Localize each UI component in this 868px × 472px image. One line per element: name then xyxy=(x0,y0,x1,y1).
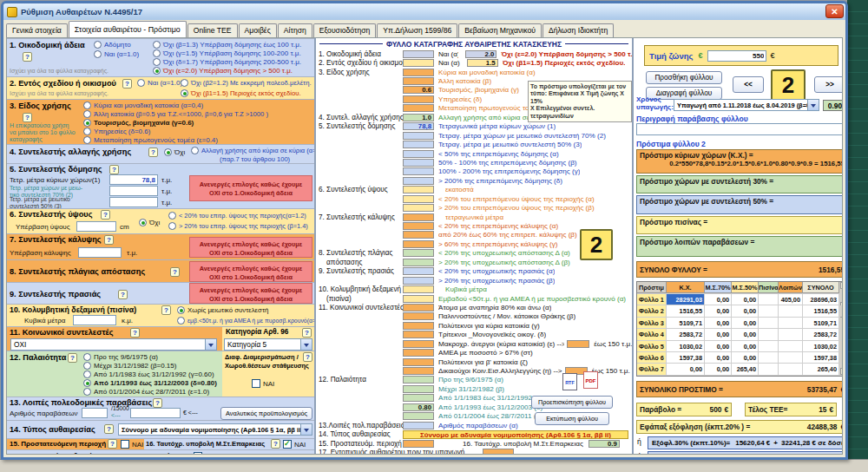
protected-area-checkbox[interactable]: ΝΑΙ xyxy=(121,440,143,449)
mid-cell[interactable] xyxy=(403,69,434,76)
help-icon[interactable]: ? xyxy=(271,439,280,449)
tab-amoives[interactable]: Αμοιβές xyxy=(239,23,277,37)
radio-option[interactable]: εμβ.<50τ.μ. ή για ΑΜΕΑ ή με πυροσβ.κρουν… xyxy=(177,317,314,324)
help-icon[interactable]: ? xyxy=(122,79,132,88)
help-icon[interactable]: ? xyxy=(104,235,114,245)
sheet-print-button[interactable]: Εκτύπωση φύλλου xyxy=(535,412,609,425)
radio-option[interactable]: Όχι (δ=1.7) Υπέρβαση δόμησης 200-500 τ.μ… xyxy=(153,58,301,66)
radio-option[interactable]: Προ της 9/6/1975 (α) xyxy=(83,353,158,361)
tab-dilosi-idioktiti[interactable]: Δήλωση Ιδιοκτήτη xyxy=(542,23,614,37)
radio-option[interactable]: Μέχρι 31/12/1982 (β=0.15) xyxy=(83,362,176,370)
mid-cell-small[interactable] xyxy=(567,340,589,348)
chevron-down-icon[interactable] xyxy=(300,424,312,435)
mid-cell[interactable] xyxy=(403,259,434,266)
mid-cell[interactable] xyxy=(403,331,434,338)
radio-option[interactable]: Ναι (α=1.0) xyxy=(94,50,139,58)
radio-option[interactable]: Όχι (β=1.3) Υπέρβαση δόμησης έως 100 τ.μ… xyxy=(153,41,301,49)
table-scrollbar[interactable] xyxy=(839,282,842,293)
mid-cell-value[interactable]: 0.9 xyxy=(589,440,620,448)
detailed-budget-button[interactable]: Αναλυτικός προϋπολογισμός xyxy=(220,407,312,420)
mid-cell[interactable] xyxy=(403,412,434,420)
mid-cell-value[interactable]: 2.0 xyxy=(465,50,496,58)
help-icon[interactable]: ? xyxy=(68,353,77,363)
radio-option[interactable]: Αλλαγή χρήσης από κύρια σε κύρια (α=1.4) xyxy=(191,147,314,154)
zone-price-input[interactable] xyxy=(707,50,766,62)
chevron-down-icon[interactable] xyxy=(300,339,312,350)
pdf-export-icon[interactable]: PDF xyxy=(583,371,598,389)
col-header[interactable]: Μ.Σ.50% xyxy=(732,282,759,293)
radio-option[interactable]: Από 01/1/2004 έως 28/7/2011 (ε=1.0) xyxy=(83,388,209,396)
radio-option-selected[interactable]: Όχι (β1=1.5) Περιοχές εκτός σχεδίου. xyxy=(181,89,301,97)
radio-option[interactable]: Όχι (γ=1.5) Υπέρβαση δόμησης 100-200 τ.μ… xyxy=(153,49,301,57)
radio-option-selected[interactable]: Τουρισμός, βιομηχανία (γ=0.6) xyxy=(83,119,194,127)
violations-amount-input[interactable] xyxy=(130,408,181,418)
radio-option[interactable]: < 20% του επιτρ. ύψους της περιοχής(α=1.… xyxy=(168,212,306,220)
add-sheet-button[interactable]: Προσθήκη φύλλου xyxy=(646,71,722,84)
area70-input[interactable] xyxy=(109,186,158,196)
radio-option[interactable]: Ναι (α=1.0) xyxy=(137,79,182,87)
help-icon[interactable]: ? xyxy=(101,210,110,220)
mid-cell[interactable] xyxy=(403,132,434,140)
tab-online-tee[interactable]: Online TEE xyxy=(187,23,238,37)
radio-option[interactable]: Αδόμητο xyxy=(94,41,131,49)
sheet-preview-button[interactable]: Προεπισκόπηση φύλλου xyxy=(531,396,613,409)
col-header[interactable]: Πισίνας xyxy=(759,282,779,293)
mid-cell[interactable] xyxy=(403,249,434,257)
area50-input[interactable] xyxy=(109,197,158,207)
table-row[interactable]: Φύλλο 42583,720,000,002583,72 xyxy=(637,329,842,340)
main-area-input[interactable] xyxy=(109,174,158,185)
mid-cell[interactable] xyxy=(403,167,434,175)
mid-cell-value[interactable]: 1.0 xyxy=(403,114,434,121)
chevron-down-icon[interactable] xyxy=(807,100,819,110)
violations-count-input[interactable] xyxy=(82,408,108,418)
table-row[interactable]: Φύλλο 61597,380,000,001597,38 xyxy=(637,352,842,364)
mid-cell[interactable] xyxy=(483,449,514,454)
mid-cell[interactable] xyxy=(403,422,434,429)
radio-option[interactable]: Από 1/1/1983 έως 31/12/1992 (γ=0.60) xyxy=(83,370,214,378)
close-icon[interactable]: ✕ xyxy=(825,4,844,18)
selected-cell[interactable]: 28291,03 xyxy=(667,294,705,305)
height-input[interactable] xyxy=(76,221,116,232)
mid-cell[interactable] xyxy=(403,295,434,303)
table-row[interactable]: Φύλλο 51030,020,000,001030,02 xyxy=(637,341,842,352)
mid-cell[interactable] xyxy=(403,376,434,384)
col-header[interactable]: Λοιπών xyxy=(779,282,803,293)
help-icon[interactable]: ? xyxy=(23,52,32,62)
radio-option-selected[interactable]: Όχι (ε=2.0) Υπέρβαση δόμησης > 500 τ.μ. xyxy=(153,67,293,75)
next-sheet-button[interactable]: >> xyxy=(814,76,842,93)
mid-cell[interactable] xyxy=(403,150,434,158)
radio-option[interactable]: Μεταποίηση πρωτογενούς τομέα (ε=0.4) xyxy=(83,136,218,144)
mid-cell[interactable] xyxy=(403,159,434,167)
help-icon[interactable]: ? xyxy=(170,267,180,277)
radio-option-selected[interactable]: Χωρίς μειωτικό συντελεστή xyxy=(177,306,268,314)
tab-yp-dilosi[interactable]: Υπ.Δήλωση 1599/86 xyxy=(377,23,457,37)
mid-cell[interactable] xyxy=(403,267,434,275)
table-row[interactable]: Φύλλο 35109,710,000,005109,71 xyxy=(637,318,842,329)
mid-cell[interactable] xyxy=(403,240,434,248)
mid-cell[interactable] xyxy=(403,213,434,221)
static-adequacy-checkbox[interactable]: ΝΑΙ xyxy=(283,440,306,449)
category-dropdown[interactable]: Κατηγορία 5 xyxy=(224,338,312,351)
mid-cell[interactable] xyxy=(403,358,434,366)
mid-cell-value[interactable]: 1.5 xyxy=(467,59,498,67)
mid-cell[interactable] xyxy=(403,231,434,239)
mid-cell[interactable] xyxy=(403,95,434,103)
social-coeff-dropdown[interactable]: ΟΧΙ xyxy=(10,338,217,351)
mid-cell[interactable] xyxy=(403,304,434,311)
tab-vevaiosi[interactable]: Βεβαίωση Μηχανικού xyxy=(458,23,542,37)
help-icon[interactable]: ? xyxy=(303,352,312,362)
table-row[interactable]: Φύλλο 70,000,00265,40265,40 xyxy=(637,364,842,375)
mid-cell[interactable] xyxy=(403,186,434,193)
coverage-input[interactable] xyxy=(78,247,122,258)
mid-cell[interactable] xyxy=(403,440,434,448)
radio-option[interactable]: Υπηρεσίες (δ=0.6) xyxy=(83,128,150,135)
mid-cell[interactable] xyxy=(403,141,434,148)
mid-cell[interactable] xyxy=(403,59,434,67)
mid-cell[interactable] xyxy=(403,340,434,348)
help-icon[interactable]: ? xyxy=(109,165,119,174)
help-icon[interactable]: ? xyxy=(161,305,171,315)
mid-cell[interactable] xyxy=(403,277,434,285)
inclusion-time-dropdown[interactable]: Υπαγωγή από 1.11.2018 έως 8.04.2019 (β=0… xyxy=(674,99,819,111)
radio-option-selected[interactable]: Όχι xyxy=(164,148,185,156)
mid-cell[interactable] xyxy=(403,285,434,293)
